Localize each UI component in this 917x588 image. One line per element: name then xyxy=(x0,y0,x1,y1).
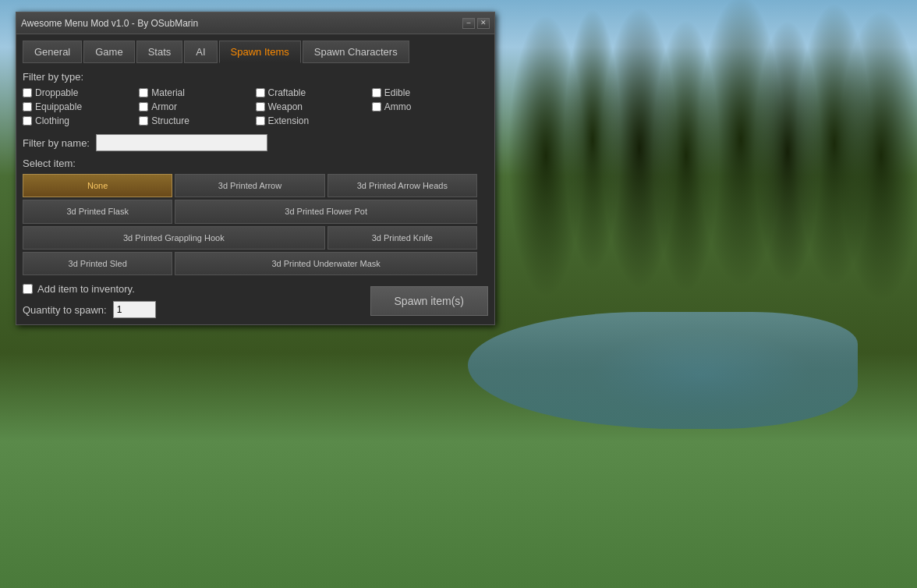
checkbox-extension[interactable]: Extension xyxy=(256,115,372,126)
modal-content: General Game Stats AI Spawn Items Spawn … xyxy=(16,34,494,324)
checkbox-edible[interactable]: Edible xyxy=(372,87,488,98)
tab-spawn-items[interactable]: Spawn Items xyxy=(219,41,301,63)
modal-window: Awesome Menu Mod v1.0 - By OSubMarin – ✕… xyxy=(16,12,495,325)
checkbox-craftable-input[interactable] xyxy=(256,88,265,97)
item-arrow-heads[interactable]: 3d Printed Arrow Heads xyxy=(328,174,477,197)
bottom-section: Add item to inventory. Quantity to spawn… xyxy=(23,283,488,318)
add-inventory-label: Add item to inventory. xyxy=(37,283,135,295)
close-button[interactable]: ✕ xyxy=(477,18,490,29)
tab-ai[interactable]: AI xyxy=(184,41,217,63)
item-list: None 3d Printed Arrow 3d Printed Arrow H… xyxy=(23,174,488,275)
item-flask[interactable]: 3d Printed Flask xyxy=(23,200,172,223)
checkbox-equippable-input[interactable] xyxy=(23,102,32,112)
title-buttons: – ✕ xyxy=(462,18,490,29)
tab-general[interactable]: General xyxy=(23,41,82,63)
filter-type-label: Filter by type: xyxy=(23,71,488,83)
checkbox-edible-input[interactable] xyxy=(372,88,381,97)
window-title: Awesome Menu Mod v1.0 - By OSubMarin xyxy=(21,18,198,29)
left-controls: Add item to inventory. Quantity to spawn… xyxy=(23,283,156,318)
checkbox-droppable[interactable]: Droppable xyxy=(23,87,139,98)
title-bar: Awesome Menu Mod v1.0 - By OSubMarin – ✕ xyxy=(16,12,494,34)
select-item-label: Select item: xyxy=(23,158,488,169)
checkbox-material-input[interactable] xyxy=(139,88,148,97)
item-underwater-mask[interactable]: 3d Printed Underwater Mask xyxy=(175,252,477,275)
checkbox-armor-input[interactable] xyxy=(139,102,148,112)
tab-stats[interactable]: Stats xyxy=(136,41,183,63)
checkbox-weapon[interactable]: Weapon xyxy=(256,101,372,112)
add-inventory-checkbox[interactable] xyxy=(23,284,33,294)
tab-bar: General Game Stats AI Spawn Items Spawn … xyxy=(23,41,488,63)
item-none[interactable]: None xyxy=(23,174,172,197)
add-inventory-row[interactable]: Add item to inventory. xyxy=(23,283,156,295)
checkbox-material[interactable]: Material xyxy=(139,87,255,98)
checkbox-ammo-input[interactable] xyxy=(372,102,381,112)
checkbox-armor[interactable]: Armor xyxy=(139,101,255,112)
filter-name-input[interactable] xyxy=(96,134,267,151)
checkbox-craftable[interactable]: Craftable xyxy=(256,87,372,98)
tab-game[interactable]: Game xyxy=(83,41,134,63)
checkbox-droppable-input[interactable] xyxy=(23,88,32,97)
checkbox-weapon-input[interactable] xyxy=(256,102,265,112)
quantity-row: Quantity to spawn: xyxy=(23,301,156,318)
checkbox-clothing[interactable]: Clothing xyxy=(23,115,139,126)
checkbox-equippable[interactable]: Equippable xyxy=(23,101,139,112)
checkbox-structure[interactable]: Structure xyxy=(139,115,255,126)
item-grappling-hook[interactable]: 3d Printed Grappling Hook xyxy=(23,226,325,250)
checkbox-ammo[interactable]: Ammo xyxy=(372,101,488,112)
item-flower-pot[interactable]: 3d Printed Flower Pot xyxy=(175,200,477,223)
spawn-button[interactable]: Spawn item(s) xyxy=(370,286,488,316)
checkbox-clothing-input[interactable] xyxy=(23,116,32,126)
quantity-input[interactable] xyxy=(113,301,156,318)
filter-name-row: Filter by name: xyxy=(23,134,488,151)
item-list-container: None 3d Printed Arrow 3d Printed Arrow H… xyxy=(23,174,488,275)
filter-type-grid: Droppable Material Craftable Edible Equi… xyxy=(23,87,488,126)
minimize-button[interactable]: – xyxy=(462,18,475,29)
item-arrow[interactable]: 3d Printed Arrow xyxy=(175,174,324,197)
tab-spawn-characters[interactable]: Spawn Characters xyxy=(303,41,409,63)
filter-name-label: Filter by name: xyxy=(23,137,90,149)
item-sled[interactable]: 3d Printed Sled xyxy=(23,252,172,275)
checkbox-structure-input[interactable] xyxy=(139,116,148,126)
checkbox-extension-input[interactable] xyxy=(256,116,265,126)
quantity-label: Quantity to spawn: xyxy=(23,304,107,316)
item-knife[interactable]: 3d Printed Knife xyxy=(328,226,477,250)
